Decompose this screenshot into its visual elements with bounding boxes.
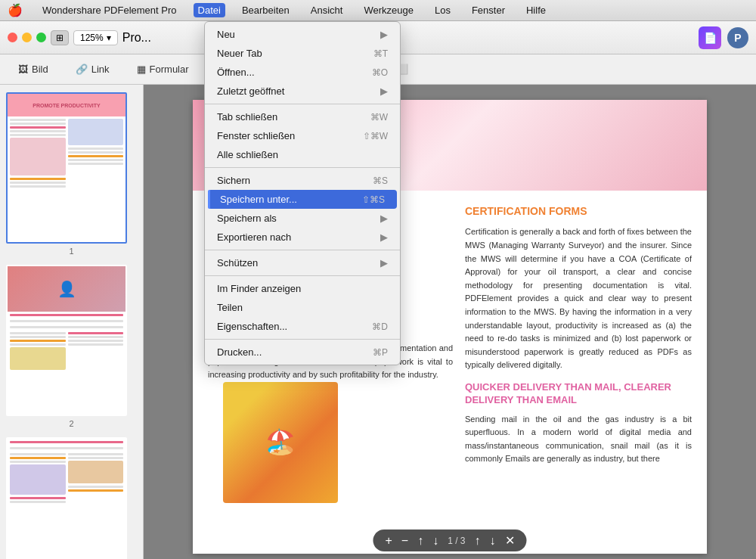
exportieren-label: Exportieren nach (217, 231, 291, 243)
speichern-unter-shortcut: ⇧⌘S (362, 194, 385, 205)
menu-item-drucken[interactable]: Drucken... ⌘P (205, 343, 400, 362)
menu-item-speichern-als[interactable]: Speichern als ▶ (205, 209, 400, 228)
menu-item-neuer-tab[interactable]: Neuer Tab ⌘T (205, 44, 400, 63)
menu-item-oeffnen[interactable]: Öffnen... ⌘O (205, 63, 400, 82)
menu-divider-5 (205, 339, 400, 340)
tool-formular[interactable]: ▦ Formular (131, 61, 195, 78)
app-icon: 📄 (699, 26, 721, 49)
tab-schliessen-label: Tab schließen (217, 111, 277, 123)
neu-arrow: ▶ (380, 29, 388, 40)
alle-schliessen-label: Alle schließen (217, 149, 278, 160)
tool-bild[interactable]: 🖼 Bild (12, 61, 54, 78)
drucken-shortcut: ⌘P (373, 347, 388, 358)
minimize-window-button[interactable] (22, 33, 32, 42)
delivery-heading: QUICKER DELIVERY THAN MAIL, CLEARER DELI… (465, 381, 692, 407)
menu-item-im-finder[interactable]: Im Finder anzeigen (205, 279, 400, 298)
sichern-label: Sichern (217, 175, 250, 186)
speichern-als-label: Speichern als (217, 213, 277, 224)
current-page: 1 (448, 536, 453, 546)
menubar-hilfe[interactable]: Hilfe (522, 3, 550, 17)
page-num-1: 1 (6, 247, 137, 256)
menu-item-eigenschaften[interactable]: Eigenschaften... ⌘D (205, 317, 400, 336)
zuletzt-arrow: ▶ (380, 85, 388, 97)
zoom-value: 125% (80, 33, 104, 43)
menubar: 🍎 Wondershare PDFelement Pro Datei Bearb… (0, 0, 756, 21)
menu-item-zuletzt[interactable]: Zuletzt geöffnet ▶ (205, 82, 400, 101)
close-window-button[interactable] (8, 33, 17, 42)
menubar-fenster[interactable]: Fenster (467, 3, 510, 17)
menu-item-neu[interactable]: Neu ▶ (205, 25, 400, 44)
page-num-2: 2 (6, 419, 137, 428)
menubar-werkzeuge[interactable]: Werkzeuge (359, 3, 418, 17)
menu-divider-3 (205, 250, 400, 250)
menu-item-speichern-unter[interactable]: Speichern unter... ⇧⌘S (208, 190, 397, 209)
bild-icon: 🖼 (18, 64, 28, 75)
eigenschaften-shortcut: ⌘D (372, 321, 388, 332)
fullscreen-button[interactable] (36, 33, 46, 42)
eigenschaften-label: Eigenschaften... (217, 321, 287, 332)
fit-width-button[interactable]: ↓ (432, 534, 438, 548)
menubar-ansicht[interactable]: Ansicht (306, 3, 348, 17)
cert-text: Certification is generally a back and fo… (465, 225, 692, 372)
menu-item-tab-schliessen[interactable]: Tab schließen ⌘W (205, 107, 400, 126)
thumbnail-page-3[interactable]: 3 (6, 437, 137, 559)
sichern-shortcut: ⌘S (373, 175, 388, 186)
menu-item-fenster-schliessen[interactable]: Fenster schließen ⇧⌘W (205, 126, 400, 145)
close-nav-button[interactable]: ✕ (505, 533, 515, 548)
menu-item-teilen[interactable]: Teilen (205, 298, 400, 317)
thumbnail-image-1: PROMOTE PRODUCTIVITY (6, 92, 127, 244)
user-avatar[interactable]: P (727, 27, 748, 48)
pdf-bottom-image: 🏖️ (223, 382, 338, 503)
drucken-label: Drucken... (217, 346, 262, 358)
menu-item-exportieren[interactable]: Exportieren nach ▶ (205, 228, 400, 247)
next-page-button[interactable]: ↓ (490, 534, 496, 548)
oeffnen-label: Öffnen... (217, 67, 255, 78)
tab-schliessen-shortcut: ⌘W (370, 112, 388, 123)
traffic-lights (8, 33, 46, 42)
menu-item-schutzen[interactable]: Schützen ▶ (205, 253, 400, 272)
zoom-out-button[interactable]: − (401, 534, 408, 548)
fenster-schliessen-shortcut: ⇧⌘W (363, 131, 388, 141)
filename-label: Pro... (122, 31, 151, 45)
thumbnail-image-2: 👤 (6, 265, 127, 416)
menu-item-sichern[interactable]: Sichern ⌘S (205, 171, 400, 190)
schutzen-label: Schützen (217, 257, 258, 269)
menubar-datei[interactable]: Datei (194, 3, 225, 17)
thumbnail-page-2[interactable]: 👤 (6, 265, 137, 428)
toolbar-left: ⊞ 125% ▾ Pro... (8, 30, 151, 45)
schutzen-arrow: ▶ (380, 257, 388, 269)
view-toggle-button[interactable]: ⊞ (51, 30, 69, 45)
zoom-level[interactable]: 125% ▾ (73, 30, 118, 45)
menubar-los[interactable]: Los (430, 3, 455, 17)
sidebar: PROMOTE PRODUCTIVITY (0, 85, 144, 559)
formular-icon: ▦ (137, 64, 146, 75)
bild-label: Bild (32, 64, 48, 75)
tool-link[interactable]: 🔗 Link (70, 61, 116, 78)
page-info: 1 / 3 (448, 536, 465, 546)
zoom-in-button[interactable]: + (385, 534, 392, 548)
im-finder-label: Im Finder anzeigen (217, 283, 301, 294)
thumbnail-page-1[interactable]: PROMOTE PRODUCTIVITY (6, 92, 137, 256)
prev-page-button[interactable]: ↑ (475, 534, 481, 548)
datei-dropdown-menu: Neu ▶ Neuer Tab ⌘T Öffnen... ⌘O Zuletzt … (204, 21, 401, 365)
app-icon-glyph: 📄 (704, 32, 717, 44)
thumbnail-image-3 (6, 437, 127, 559)
delivery-text: Sending mail in the oil and the gas indu… (465, 413, 692, 466)
menu-divider-2 (205, 167, 400, 168)
menu-divider-1 (205, 104, 400, 104)
link-icon: 🔗 (76, 64, 88, 75)
exportieren-arrow: ▶ (380, 231, 388, 243)
pdf-right-column: CERTIFICATION FORMS Certification is gen… (465, 203, 692, 503)
total-pages: 3 (460, 536, 466, 546)
menu-item-alle-schliessen[interactable]: Alle schließen (205, 145, 400, 164)
link-label: Link (91, 64, 110, 75)
menubar-bearbeiten[interactable]: Bearbeiten (237, 3, 294, 17)
formular-label: Formular (150, 64, 189, 75)
fit-page-button[interactable]: ↑ (417, 534, 423, 548)
speichern-als-arrow: ▶ (380, 213, 388, 224)
apple-menu[interactable]: 🍎 (8, 3, 23, 17)
menu-divider-4 (205, 275, 400, 276)
neu-label: Neu (217, 29, 235, 40)
umbrella-icon: 🏖️ (265, 423, 296, 461)
menubar-app-name[interactable]: Wondershare PDFelement Pro (38, 3, 181, 17)
